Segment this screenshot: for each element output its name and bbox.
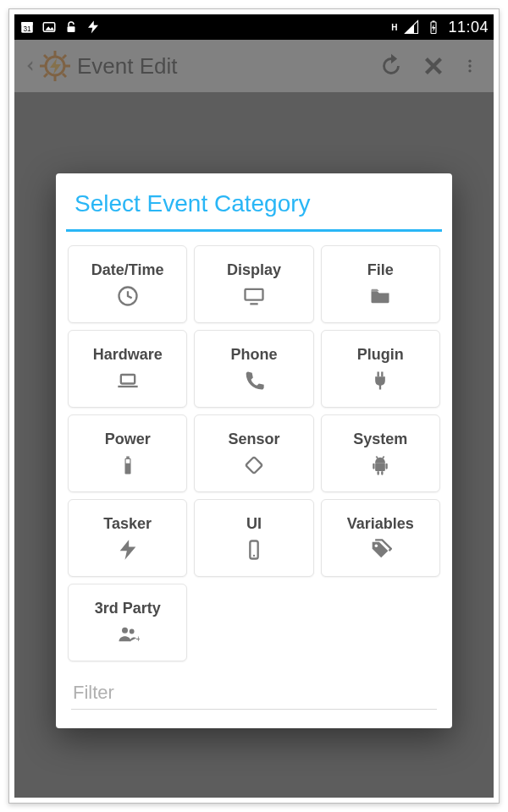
svg-rect-10 [433, 21, 435, 23]
battery-icon [116, 453, 140, 477]
svg-rect-32 [381, 371, 383, 376]
status-clock: 11:04 [448, 19, 489, 36]
svg-marker-4 [46, 26, 55, 30]
unlock-icon [64, 19, 79, 35]
status-bar: 31 H 11:04 [14, 14, 494, 40]
svg-point-48 [122, 627, 128, 633]
lightning-icon [86, 19, 101, 35]
image-icon [41, 19, 57, 35]
category-tile-3rd-party[interactable]: 3rd Party + [68, 584, 187, 661]
device-screen: 31 H 11:04 [14, 14, 494, 798]
svg-marker-44 [119, 540, 135, 559]
laptop-icon [116, 369, 140, 392]
category-tile-file[interactable]: File [321, 245, 440, 323]
category-tile-plugin[interactable]: Plugin [321, 330, 440, 408]
svg-rect-36 [246, 457, 262, 474]
tile-label: Hardware [93, 346, 163, 364]
monitor-icon [242, 284, 266, 308]
tile-label: UI [246, 515, 262, 533]
svg-point-49 [129, 628, 134, 634]
svg-rect-5 [68, 26, 75, 32]
svg-rect-34 [126, 456, 130, 458]
category-grid: Date/Time Display File [56, 232, 452, 670]
svg-text:+: + [135, 634, 140, 644]
category-tile-hardware[interactable]: Hardware [68, 330, 187, 408]
network-type-label: H [391, 23, 397, 32]
tile-label: Sensor [228, 431, 279, 448]
status-right: H 11:04 [391, 19, 489, 36]
tile-label: Date/Time [91, 261, 164, 279]
svg-point-47 [375, 544, 378, 547]
svg-rect-29 [120, 375, 134, 384]
svg-rect-31 [378, 371, 379, 376]
svg-rect-37 [375, 463, 385, 470]
svg-text:31: 31 [23, 25, 31, 33]
tile-label: Power [105, 431, 151, 448]
phone-icon [242, 369, 266, 392]
tag-icon [368, 538, 392, 562]
svg-rect-41 [381, 471, 383, 475]
photo-frame: 31 H 11:04 [8, 8, 500, 804]
tile-label: Plugin [357, 346, 404, 364]
category-tile-date-time[interactable]: Date/Time [68, 245, 187, 323]
folder-icon [368, 284, 392, 308]
tile-label: 3rd Party [95, 600, 161, 617]
svg-rect-39 [386, 463, 388, 469]
tile-label: Variables [347, 515, 414, 533]
rotate-icon [242, 453, 266, 477]
svg-point-46 [253, 554, 255, 556]
filter-container [56, 670, 452, 721]
category-tile-tasker[interactable]: Tasker [68, 499, 187, 577]
tile-label: File [367, 261, 394, 279]
category-tile-power[interactable]: Power [68, 414, 187, 492]
select-event-category-dialog: Select Event Category Date/Time Display [56, 173, 452, 728]
category-tile-display[interactable]: Display [194, 245, 313, 323]
android-icon [368, 453, 392, 477]
svg-line-43 [383, 456, 384, 458]
tile-label: Display [227, 261, 281, 279]
calendar-icon: 31 [19, 19, 35, 35]
category-tile-variables[interactable]: Variables [321, 499, 440, 577]
battery-charging-icon [426, 19, 441, 35]
dialog-title: Select Event Category [56, 173, 452, 229]
signal-icon [404, 19, 419, 35]
svg-rect-38 [373, 463, 375, 469]
svg-rect-40 [378, 471, 379, 475]
svg-marker-6 [88, 21, 98, 34]
tile-label: System [353, 431, 407, 448]
category-tile-ui[interactable]: UI [194, 499, 313, 577]
filter-input[interactable] [71, 677, 437, 710]
lightning-icon [116, 538, 140, 562]
category-tile-phone[interactable]: Phone [194, 330, 313, 408]
svg-rect-35 [125, 459, 130, 464]
smartphone-icon [242, 538, 266, 562]
svg-marker-11 [432, 24, 436, 32]
tile-label: Phone [230, 346, 277, 364]
clock-icon [116, 284, 140, 308]
category-tile-sensor[interactable]: Sensor [194, 414, 313, 492]
plug-icon [368, 369, 392, 392]
group-icon: + [116, 623, 140, 646]
tile-label: Tasker [103, 515, 152, 533]
svg-rect-27 [245, 288, 262, 299]
status-left: 31 [19, 19, 101, 35]
svg-line-42 [377, 456, 378, 458]
category-tile-system[interactable]: System [321, 414, 440, 492]
